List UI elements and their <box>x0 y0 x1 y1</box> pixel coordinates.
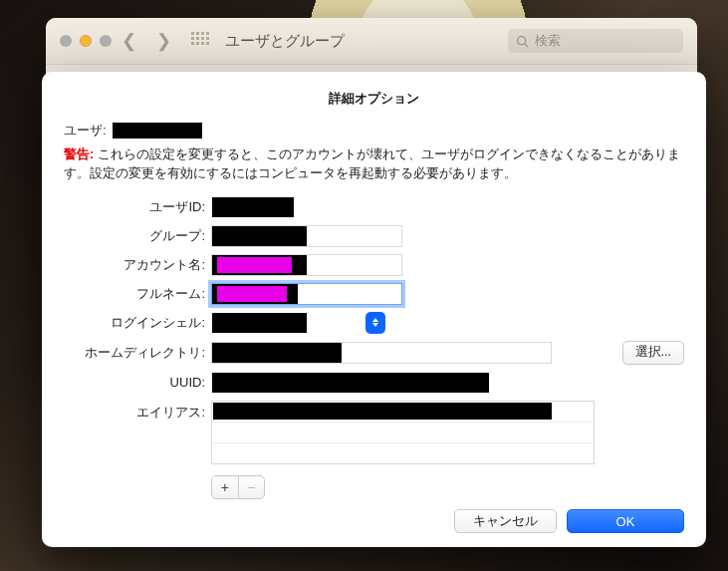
show-all-prefs-icon[interactable] <box>191 32 209 50</box>
window-controls <box>60 35 112 47</box>
group-redacted <box>212 226 307 246</box>
user-id-redacted <box>212 197 294 217</box>
minimize-window-button[interactable] <box>80 35 92 47</box>
search-field[interactable]: 検索 <box>508 29 683 53</box>
sheet-title: 詳細オプション <box>64 90 684 108</box>
choose-home-dir-button[interactable]: 選択... <box>622 341 684 365</box>
full-name-highlight <box>217 286 287 302</box>
sheet-footer: キャンセル OK <box>454 509 684 533</box>
add-alias-button[interactable]: + <box>212 476 238 498</box>
form: ユーザID: グループ: アカウント名: フルネーム: ログインシェル: <box>64 196 684 499</box>
account-name-label: アカウント名: <box>64 256 211 274</box>
full-name-label: フルネーム: <box>64 285 211 303</box>
home-dir-field[interactable] <box>211 342 595 364</box>
user-row: ユーザ: <box>64 122 684 140</box>
search-icon <box>516 35 529 48</box>
warning-row: 警告: これらの設定を変更すると、このアカウントが壊れて、ユーザがログインできな… <box>64 145 684 184</box>
aliases-list[interactable] <box>211 401 595 464</box>
uuid-redacted <box>212 373 489 393</box>
alias-row-empty[interactable] <box>212 442 594 463</box>
user-label: ユーザ: <box>64 122 107 140</box>
warning-text: これらの設定を変更すると、このアカウントが壊れて、ユーザがログインできなくなるこ… <box>64 147 680 180</box>
window-toolbar: ❮ ❯ ユーザとグループ 検索 <box>46 18 697 65</box>
uuid-value <box>211 372 595 394</box>
back-button[interactable]: ❮ <box>112 30 146 52</box>
account-name-field[interactable] <box>211 254 595 276</box>
ok-button[interactable]: OK <box>567 509 684 533</box>
zoom-window-button[interactable] <box>100 35 112 47</box>
login-shell-field[interactable] <box>211 312 385 334</box>
svg-point-0 <box>518 36 526 44</box>
search-placeholder: 検索 <box>535 32 561 50</box>
close-window-button[interactable] <box>60 35 72 47</box>
uuid-label: UUID: <box>64 375 211 390</box>
remove-alias-button[interactable]: − <box>238 476 265 498</box>
warning-label: 警告: <box>64 147 94 161</box>
login-shell-label: ログインシェル: <box>64 314 211 332</box>
full-name-field[interactable] <box>211 283 595 305</box>
account-name-highlight <box>217 257 292 273</box>
cancel-button[interactable]: キャンセル <box>454 509 557 533</box>
advanced-options-sheet: 詳細オプション ユーザ: 警告: これらの設定を変更すると、このアカウントが壊れ… <box>42 72 706 547</box>
user-id-label: ユーザID: <box>64 198 211 216</box>
alias-row-empty[interactable] <box>212 422 594 442</box>
home-dir-label: ホームディレクトリ: <box>64 344 211 362</box>
home-dir-redacted <box>212 343 342 363</box>
login-shell-dropdown-icon[interactable] <box>365 312 385 334</box>
aliases-add-remove: + − <box>211 475 265 499</box>
login-shell-redacted <box>212 313 307 333</box>
forward-button[interactable]: ❯ <box>146 30 181 52</box>
alias-row-redacted <box>213 403 552 420</box>
svg-line-1 <box>525 43 528 46</box>
user-id-value <box>211 196 595 218</box>
user-value-redacted <box>113 123 202 139</box>
window-title: ユーザとグループ <box>225 32 345 51</box>
aliases-label: エイリアス: <box>64 401 211 422</box>
group-label: グループ: <box>64 227 211 245</box>
group-field[interactable] <box>211 225 595 247</box>
